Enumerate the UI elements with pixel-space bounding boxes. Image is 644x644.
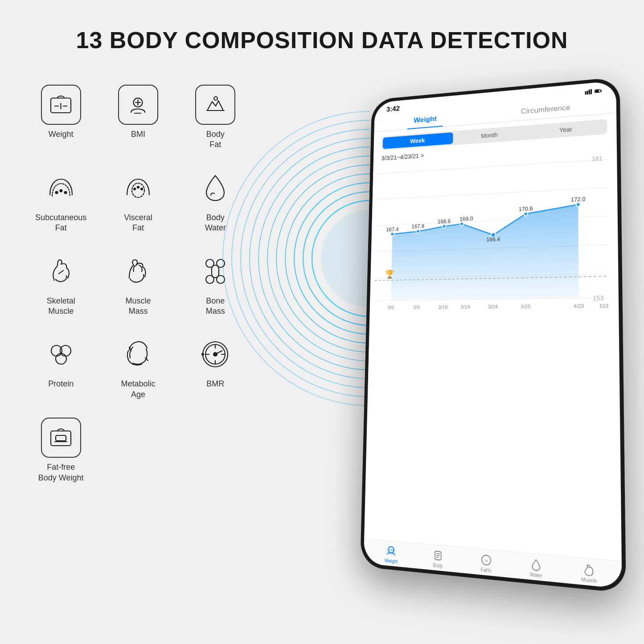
svg-point-57 <box>442 225 446 228</box>
icons-grid: Weight BMI Bod <box>27 80 250 483</box>
svg-text:3/6: 3/6 <box>387 305 394 310</box>
svg-line-83 <box>436 555 440 556</box>
svg-text:172.0: 172.0 <box>571 196 586 203</box>
icon-visceral-fat: VisceralFat <box>104 168 172 234</box>
icon-bone-mass: BoneMass <box>181 251 250 317</box>
tab-weight[interactable]: Weight <box>407 111 443 129</box>
svg-rect-40 <box>585 91 586 95</box>
nav-fat-percent[interactable]: % Fat% <box>480 553 492 574</box>
tab-circumference[interactable]: Circumference <box>514 99 577 121</box>
svg-line-17 <box>59 271 63 274</box>
svg-line-47 <box>377 159 607 173</box>
svg-point-55 <box>390 232 394 236</box>
visceral-fat-label: VisceralFat <box>124 213 152 234</box>
svg-point-15 <box>137 186 139 188</box>
protein-label: Protein <box>48 379 74 389</box>
subcutaneous-fat-label: SubcutaneousFat <box>35 213 86 234</box>
svg-rect-45 <box>601 90 602 92</box>
body-water-label: BodyWater <box>205 213 226 234</box>
nav-muscle[interactable]: Muscle <box>581 562 597 584</box>
svg-text:169.0: 169.0 <box>459 215 473 222</box>
nav-body[interactable]: Body <box>432 549 444 569</box>
icon-body-water: BodyWater <box>181 168 250 234</box>
svg-line-82 <box>436 554 440 554</box>
svg-point-61 <box>576 203 580 207</box>
phone-time: 3:42 <box>386 105 400 114</box>
svg-text:3/25: 3/25 <box>521 304 531 309</box>
icon-body-fat: BodyFat <box>181 85 250 150</box>
svg-rect-38 <box>56 435 66 441</box>
svg-text:🏆: 🏆 <box>385 270 395 279</box>
svg-point-14 <box>134 188 135 190</box>
svg-point-13 <box>132 183 144 197</box>
svg-point-11 <box>60 189 62 192</box>
page-title: 13 BODY COMPOSITION DATA DETECTION <box>76 27 568 53</box>
metabolic-age-label: MetabolicAge <box>121 379 155 400</box>
svg-point-10 <box>55 191 57 193</box>
svg-rect-46 <box>595 90 599 92</box>
svg-point-56 <box>416 230 420 233</box>
svg-rect-37 <box>51 431 71 446</box>
svg-text:181: 181 <box>592 155 603 163</box>
icon-protein: Protein <box>27 334 95 400</box>
svg-point-58 <box>460 222 464 226</box>
svg-text:167.8: 167.8 <box>411 223 424 230</box>
svg-text:170.6: 170.6 <box>519 205 533 213</box>
svg-point-36 <box>201 353 204 356</box>
bmi-label: BMI <box>131 129 145 139</box>
svg-point-9 <box>214 97 217 100</box>
icon-weight: Weight <box>27 85 95 150</box>
bmr-label: BMR <box>206 379 224 389</box>
svg-rect-41 <box>587 90 588 94</box>
svg-rect-43 <box>591 89 592 94</box>
weight-label: Weight <box>49 129 74 139</box>
svg-point-16 <box>141 188 143 190</box>
svg-point-12 <box>64 191 66 193</box>
icon-skeletal-muscle: SkeletalMuscle <box>27 251 95 317</box>
nav-weight[interactable]: 100 Weight <box>384 544 398 564</box>
svg-point-60 <box>524 212 527 216</box>
muscle-mass-label: MuscleMass <box>125 296 151 317</box>
svg-text:166.4: 166.4 <box>486 236 500 243</box>
phone-mockup: 3:42 Weight Circumference Week Month <box>360 77 626 593</box>
phone-section: 3:42 Weight Circumference Week Month <box>267 80 617 570</box>
period-week[interactable]: Week <box>383 132 453 149</box>
svg-text:3/16: 3/16 <box>438 304 447 310</box>
svg-text:3/24: 3/24 <box>488 304 498 310</box>
nav-water[interactable]: Water <box>529 557 543 578</box>
svg-text:153: 153 <box>593 295 603 302</box>
period-month[interactable]: Month <box>453 127 527 144</box>
svg-text:153: 153 <box>599 303 608 309</box>
svg-rect-22 <box>212 265 219 278</box>
body-fat-label: BodyFat <box>206 129 225 150</box>
icon-subcutaneous-fat: SubcutaneousFat <box>27 168 95 234</box>
icon-bmr: BMR <box>181 334 250 400</box>
svg-text:4/23: 4/23 <box>574 303 584 309</box>
svg-point-25 <box>56 353 66 364</box>
icon-fat-free-body-weight: Fat-freeBody Weight <box>27 418 95 483</box>
svg-rect-42 <box>589 90 590 94</box>
icon-muscle-mass: MuscleMass <box>104 251 172 317</box>
fat-free-body-weight-label: Fat-freeBody Weight <box>38 462 84 483</box>
skeletal-muscle-label: SkeletalMuscle <box>47 296 75 317</box>
svg-text:167.4: 167.4 <box>386 226 399 233</box>
bone-mass-label: BoneMass <box>206 296 225 317</box>
period-year[interactable]: Year <box>527 120 606 138</box>
icon-bmi: BMI <box>104 85 172 150</box>
svg-text:168.6: 168.6 <box>438 218 451 225</box>
svg-text:%: % <box>484 558 488 563</box>
svg-text:3/9: 3/9 <box>413 304 420 310</box>
icon-metabolic-age: MetabolicAge <box>104 334 172 400</box>
svg-text:3/19: 3/19 <box>460 304 470 310</box>
svg-text:100: 100 <box>389 548 394 552</box>
